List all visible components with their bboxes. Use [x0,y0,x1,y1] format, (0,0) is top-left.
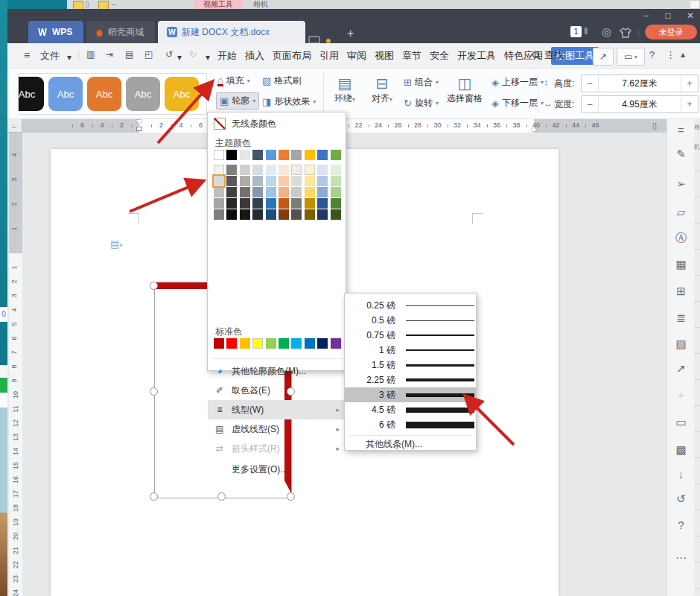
theme-color-swatch[interactable] [305,150,315,160]
first-line-indent-marker[interactable] [136,120,142,124]
resize-handle-bottommid[interactable] [217,492,226,501]
notify-circle-icon[interactable]: ◎ [602,25,611,39]
table-icon[interactable]: ▦ [667,258,695,271]
resize-handle-bottomright[interactable] [287,492,295,501]
theme-tint-swatch[interactable] [331,198,341,209]
shape-style-swatch[interactable]: Abc [18,77,44,111]
theme-tint-swatch[interactable] [317,198,328,209]
shape-style-swatch[interactable]: Abc [165,77,199,111]
theme-tint-swatch[interactable] [305,209,315,220]
apps-grid-icon[interactable]: ⊞ [667,285,695,298]
theme-color-swatch[interactable] [226,150,237,160]
menu-item-no-line-color[interactable]: 无线条颜色 [208,114,346,133]
share-export-icon[interactable]: ↗ [667,362,695,375]
menu-tab-开发工具[interactable]: 开发工具 [457,49,496,63]
undo-caret-icon[interactable]: ▾ [177,52,182,63]
wrap-button[interactable]: ▤ 环绕▾ [328,74,362,105]
menu-tab-插入[interactable]: 插入 [245,49,264,63]
line-weight-option[interactable]: 1 磅 [345,343,476,358]
rotate-button[interactable]: ↻ 旋转▾ [404,97,439,110]
menu-tab-视图[interactable]: 视图 [375,49,394,63]
menu-item-more-settings[interactable]: 更多设置(O)... [208,460,346,479]
picture-icon[interactable]: ▩ [667,443,695,457]
sidebar-more-icon[interactable]: ⋯ [667,551,695,565]
theme-tint-swatch[interactable] [240,198,250,209]
theme-tint-swatch[interactable] [317,176,328,186]
left-indent-marker[interactable] [136,127,142,131]
standard-color-swatch[interactable] [226,338,237,349]
standard-color-swatch[interactable] [331,338,341,349]
help-icon[interactable]: ? [667,519,695,531]
theme-color-swatch[interactable] [266,150,276,160]
theme-tint-swatch[interactable] [305,198,315,209]
theme-tint-swatch[interactable] [317,187,328,197]
line-weight-option[interactable]: 0.5 磅 [345,313,476,328]
align-button[interactable]: ⊟ 对齐▾ [365,74,399,105]
window-minimize-button[interactable]: – [637,10,654,21]
theme-tint-swatch[interactable] [226,176,237,186]
theme-tint-swatch[interactable] [279,187,289,197]
theme-color-swatch[interactable] [214,150,224,160]
menu-tab-开始[interactable]: 开始 [217,49,237,63]
theme-tint-swatch[interactable] [331,187,341,197]
menu-item-more-outline-colors[interactable]: ◕ 其他轮廓颜色(M)... [208,361,346,381]
doc-count-badge[interactable]: 1 [570,26,582,37]
line-weight-option[interactable]: 1.5 磅 [345,358,476,372]
wordart-icon[interactable]: Ⓐ [667,231,695,245]
outline-button[interactable]: ▣ 轮廓▾ [216,92,259,110]
menu-tab-审阅[interactable]: 审阅 [347,49,366,63]
theme-tint-swatch[interactable] [240,165,250,175]
theme-tint-swatch[interactable] [291,198,302,209]
standard-color-swatch[interactable] [252,338,263,349]
menu-item-line-style[interactable]: ≡ 线型(W) ▸ [208,400,346,419]
history-icon[interactable]: ↺ [667,492,695,506]
theme-tint-swatch[interactable] [214,187,224,197]
theme-tint-swatch[interactable] [214,209,224,220]
select-cursor-icon[interactable]: ➢ [667,177,695,191]
theme-tint-swatch[interactable] [252,165,263,175]
theme-tint-swatch[interactable] [266,209,276,220]
tab-document-active[interactable]: W 新建 DOCX 文档.docx [158,21,305,43]
archive-box-icon[interactable]: ▭ [667,416,695,429]
shape-style-swatch[interactable]: Abc [87,77,121,111]
line-weight-option[interactable]: 3 磅 [345,387,476,402]
print-icon[interactable]: ▤ [125,49,133,60]
theme-tint-swatch[interactable] [252,187,263,197]
panel-handle-icon[interactable]: = [667,124,695,136]
theme-tint-swatch[interactable] [226,165,237,175]
collapse-ribbon-icon[interactable]: ▴ [681,49,685,60]
print-preview-icon[interactable]: ◰ [144,49,153,60]
height-increment-button[interactable]: + [681,75,698,92]
bring-forward-button[interactable]: ◈ 上移一层▾ [491,76,544,89]
line-weight-option[interactable]: 4.5 磅 [345,402,476,417]
shape-style-swatch[interactable]: Abc [126,77,160,111]
resize-handle-midleft[interactable] [150,387,158,396]
width-value[interactable]: 4.95厘米 [599,96,681,112]
theme-color-swatch[interactable] [291,150,302,160]
theme-tint-swatch[interactable] [266,198,276,209]
theme-tint-swatch[interactable] [252,176,263,186]
menu-tab-章节[interactable]: 章节 [402,49,421,63]
switch-mode-button[interactable]: ▭▾ [617,48,645,66]
skin-tshirt-icon[interactable] [620,28,631,38]
theme-tint-swatch[interactable] [214,176,224,186]
menu-tab-引用[interactable]: 引用 [319,49,339,63]
theme-tint-swatch[interactable] [252,198,263,209]
file-menu-caret-icon[interactable]: ▾ [67,52,71,63]
save-icon[interactable]: ▥ [86,49,95,60]
line-weight-option[interactable]: 0.75 磅 [345,328,476,343]
theme-tint-swatch[interactable] [279,165,289,175]
menu-item-more-lines[interactable]: 其他线条(M)... [366,438,422,451]
theme-color-swatch[interactable] [240,150,250,160]
theme-tint-swatch[interactable] [305,165,315,175]
plugin-icon[interactable]: + [667,388,695,401]
window-maximize-button[interactable]: □ [660,10,676,21]
download-icon[interactable]: ↓ [667,468,695,481]
theme-tint-swatch[interactable] [291,176,302,186]
theme-tint-swatch[interactable] [317,209,328,220]
theme-tint-swatch[interactable] [317,165,328,175]
standard-color-swatch[interactable] [317,338,328,349]
theme-tint-swatch[interactable] [240,209,250,220]
line-weight-option[interactable]: 2.25 磅 [345,372,476,387]
properties-icon[interactable]: ≣ [667,311,695,325]
